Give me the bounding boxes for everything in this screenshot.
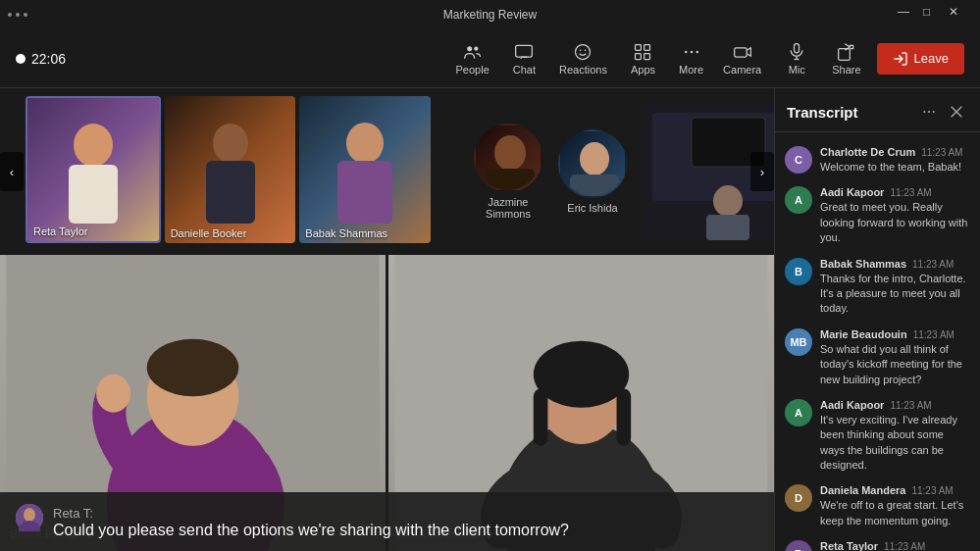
svg-point-31 — [713, 185, 743, 217]
camera-label: Camera — [723, 64, 761, 75]
message-time: 11:23 AM — [884, 541, 925, 551]
svg-rect-9 — [645, 53, 650, 59]
message-body: Aadi Kapoor 11:23 AM Great to meet you. … — [820, 186, 970, 245]
more-label: More — [679, 64, 703, 75]
message-header: Aadi Kapoor 11:23 AM — [820, 186, 970, 198]
maximize-button[interactable]: □ — [923, 5, 947, 25]
mic-button[interactable]: Mic — [777, 36, 816, 81]
caption-message: Could you please send the options we're … — [53, 522, 569, 539]
svg-rect-7 — [645, 44, 650, 50]
transcript-message: R Reta Taylor 11:23 AM Could you please … — [775, 534, 980, 551]
svg-point-1 — [474, 46, 478, 50]
transcript-message: MB Marie Beaudouin 11:23 AM So what did … — [775, 323, 980, 393]
message-avatar: A — [785, 186, 812, 214]
message-body: Babak Shammas 11:23 AM Thanks for the in… — [820, 258, 970, 317]
svg-rect-32 — [706, 215, 749, 240]
svg-rect-23 — [337, 161, 392, 224]
svg-point-3 — [576, 44, 591, 59]
message-avatar: D — [785, 484, 812, 512]
transcript-panel: Transcript C Charlotte De Crum 11:23 AM … — [774, 88, 980, 551]
svg-point-49 — [24, 508, 35, 522]
danielle-silhouette — [191, 116, 270, 224]
toolbar: 22:06 People Chat Reactions Apps More Ca… — [0, 29, 980, 88]
leave-label: Leave — [914, 51, 949, 66]
message-avatar: R — [785, 540, 812, 551]
main-videos: Blaise Richer — [0, 255, 774, 551]
close-button[interactable]: ✕ — [949, 5, 972, 25]
camera-button[interactable]: Camera — [713, 36, 771, 81]
share-label: Share — [832, 64, 860, 75]
message-body: Marie Beaudouin 11:23 AM So what did you… — [820, 328, 970, 387]
transcript-more-button[interactable] — [917, 100, 941, 124]
message-header: Charlotte De Crum 11:23 AM — [820, 146, 970, 158]
message-time: 11:23 AM — [921, 147, 962, 158]
timer-display: 22:06 — [31, 51, 66, 67]
message-body: Charlotte De Crum 11:23 AM Welcome to th… — [820, 146, 970, 175]
message-time: 11:23 AM — [890, 400, 931, 411]
babak-silhouette — [326, 116, 404, 224]
svg-rect-13 — [734, 47, 747, 56]
message-time: 11:23 AM — [890, 187, 931, 198]
svg-rect-8 — [636, 53, 642, 59]
video-area: ‹ Reta Taylor — [0, 88, 774, 551]
apps-label: Apps — [631, 64, 655, 75]
apps-icon — [633, 42, 652, 62]
svg-point-37 — [96, 375, 130, 413]
message-body: Daniela Mandera 11:23 AM We're off to a … — [820, 484, 970, 528]
svg-point-36 — [147, 339, 239, 396]
transcript-close-button[interactable] — [945, 100, 968, 124]
more-button[interactable]: More — [669, 36, 713, 81]
message-header: Babak Shammas 11:23 AM — [820, 258, 970, 270]
transcript-message: B Babak Shammas 11:23 AM Thanks for the … — [775, 252, 980, 323]
window-controls: — □ ✕ — [898, 5, 972, 25]
people-icon — [463, 42, 483, 62]
svg-rect-6 — [636, 44, 642, 50]
message-header: Reta Taylor 11:23 AM — [820, 540, 970, 551]
chat-button[interactable]: Chat — [503, 36, 545, 81]
caption-avatar-icon — [16, 504, 43, 531]
message-name: Marie Beaudouin — [820, 328, 907, 340]
minimize-button[interactable]: — — [898, 5, 921, 25]
people-button[interactable]: People — [446, 36, 499, 81]
message-avatar: A — [785, 399, 812, 426]
message-time: 11:23 AM — [911, 485, 953, 496]
apps-button[interactable]: Apps — [621, 36, 665, 81]
eric-avatar — [558, 129, 627, 198]
svg-rect-27 — [570, 175, 619, 198]
reactions-button[interactable]: Reactions — [549, 36, 617, 81]
reta-name: Reta Taylor — [33, 225, 87, 237]
transcript-message: A Aadi Kapoor 11:23 AM It's very excitin… — [775, 393, 980, 479]
record-indicator — [16, 54, 26, 64]
message-text: Welcome to the team, Babak! — [820, 160, 970, 175]
svg-point-4 — [580, 49, 582, 51]
jazmine-avatar — [474, 124, 542, 192]
chat-label: Chat — [513, 64, 536, 75]
transcript-close-icon — [949, 104, 964, 120]
jazmine-name: Jazmine Simmons — [474, 196, 542, 220]
window-title: Marketing Review — [443, 8, 537, 22]
svg-rect-21 — [206, 161, 255, 224]
people-label: People — [456, 64, 490, 75]
svg-point-26 — [580, 142, 609, 175]
share-icon — [837, 42, 856, 62]
svg-rect-19 — [69, 165, 118, 224]
dot3 — [24, 13, 27, 17]
leave-button[interactable]: Leave — [877, 43, 964, 75]
svg-rect-14 — [795, 43, 799, 52]
strip-prev-button[interactable]: ‹ — [0, 152, 24, 191]
message-text: We're off to a great start. Let's keep t… — [820, 498, 970, 528]
strip-next-button[interactable]: › — [750, 152, 774, 191]
mic-icon — [787, 42, 806, 62]
dot2 — [16, 13, 20, 17]
reta-silhouette — [54, 116, 132, 224]
svg-point-24 — [494, 135, 526, 171]
svg-point-52 — [928, 111, 930, 113]
message-header: Daniela Mandera 11:23 AM — [820, 484, 970, 496]
svg-rect-2 — [516, 45, 533, 57]
share-button[interactable]: Share — [822, 36, 870, 81]
svg-point-53 — [933, 111, 935, 113]
participant-strip: ‹ Reta Taylor — [0, 88, 774, 255]
svg-point-22 — [346, 123, 384, 164]
reactions-label: Reactions — [559, 64, 607, 75]
message-body: Reta Taylor 11:23 AM Could you please se… — [820, 540, 970, 551]
